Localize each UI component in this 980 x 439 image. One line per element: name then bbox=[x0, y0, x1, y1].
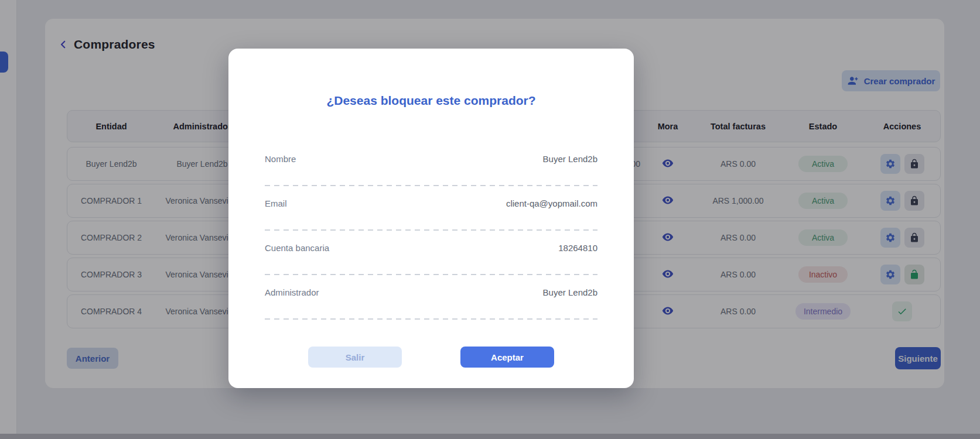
cancel-button[interactable]: Salir bbox=[308, 347, 402, 368]
field-nombre: Nombre Buyer Lend2b bbox=[265, 154, 597, 186]
confirm-button[interactable]: Aceptar bbox=[460, 347, 554, 368]
dashed-divider bbox=[265, 274, 597, 275]
field-label: Cuenta bancaria bbox=[265, 243, 329, 253]
field-label: Nombre bbox=[265, 154, 296, 164]
field-email: Email client-qa@yopmail.com bbox=[265, 198, 597, 231]
dashed-divider bbox=[265, 229, 597, 231]
field-cuenta-bancaria: Cuenta bancaria 18264810 bbox=[265, 243, 597, 275]
field-label: Administrador bbox=[265, 287, 319, 297]
field-value: Buyer Lend2b bbox=[543, 154, 597, 164]
dialog-buttons: Salir Aceptar bbox=[228, 347, 634, 368]
dialog-title: ¿Deseas bloquear este comprador? bbox=[228, 93, 634, 108]
field-value: 18264810 bbox=[558, 243, 597, 253]
field-administrador: Administrador Buyer Lend2b bbox=[265, 287, 597, 320]
field-value: client-qa@yopmail.com bbox=[506, 198, 597, 208]
block-buyer-dialog: ¿Deseas bloquear este comprador? Nombre … bbox=[228, 49, 634, 388]
dashed-divider bbox=[265, 185, 597, 186]
dialog-fields: Nombre Buyer Lend2b Email client-qa@yopm… bbox=[265, 154, 597, 320]
field-value: Buyer Lend2b bbox=[543, 287, 597, 297]
field-label: Email bbox=[265, 198, 287, 208]
dashed-divider bbox=[265, 318, 597, 320]
